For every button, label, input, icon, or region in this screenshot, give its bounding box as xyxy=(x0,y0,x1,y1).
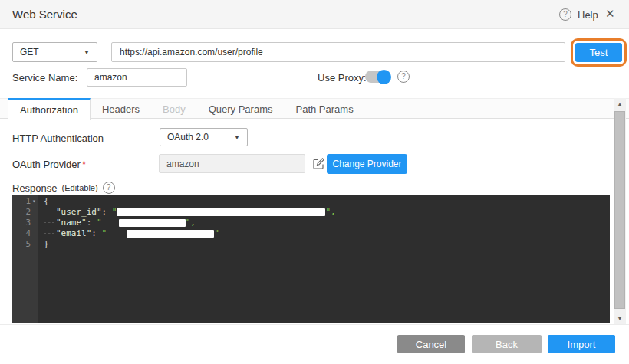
use-proxy-label: Use Proxy: xyxy=(318,72,367,84)
service-name-input[interactable] xyxy=(87,68,187,87)
page-title: Web Service xyxy=(12,8,77,21)
gutter-spacer xyxy=(31,218,38,228)
indent-guide xyxy=(44,212,54,212)
indent-guide xyxy=(44,222,54,223)
tab-body[interactable]: Body xyxy=(151,99,197,120)
scrollbar-thumb[interactable] xyxy=(614,111,625,309)
chevron-down-icon: ▼ xyxy=(234,134,240,141)
gutter-spacer xyxy=(31,239,38,249)
code-token: "email" xyxy=(56,228,91,238)
help-label: Help xyxy=(578,9,598,21)
url-input[interactable] xyxy=(111,42,565,62)
code-line: 3 "name": "", xyxy=(12,218,610,228)
oauth-provider-label-text: OAuth Provider xyxy=(12,159,81,170)
tab-path-params[interactable]: Path Params xyxy=(284,99,364,120)
line-number: 1 xyxy=(12,196,31,206)
code-token: "user_id" xyxy=(56,207,102,217)
code-line: 1 ▾ { xyxy=(12,196,610,206)
redacted-value xyxy=(117,208,325,216)
close-icon[interactable]: ✕ xyxy=(605,7,615,21)
web-service-dialog: Web Service ? Help ✕ GET ▼ Test Service … xyxy=(0,0,629,364)
chevron-down-icon: ▼ xyxy=(84,49,90,56)
toggle-knob xyxy=(377,70,391,84)
response-help-icon[interactable]: ? xyxy=(103,182,115,194)
code-token: " xyxy=(97,218,102,228)
code-token: " xyxy=(102,228,107,238)
code-token: " xyxy=(214,228,219,238)
tab-query-params[interactable]: Query Params xyxy=(197,99,285,120)
line-number: 2 xyxy=(12,207,31,217)
import-button[interactable]: Import xyxy=(548,335,615,353)
http-method-value: GET xyxy=(20,47,39,57)
indent-guide xyxy=(44,233,54,234)
gutter-spacer xyxy=(31,207,38,217)
oauth-provider-label: OAuth Provider* xyxy=(12,159,86,170)
change-provider-button[interactable]: Change Provider xyxy=(327,154,407,174)
content-divider xyxy=(0,324,629,325)
code-line: 5 } xyxy=(12,239,610,249)
code-line: 2 "user_id": "", xyxy=(12,207,610,217)
fold-arrow-icon[interactable]: ▾ xyxy=(31,196,38,206)
http-authentication-value: OAuth 2.0 xyxy=(167,132,209,143)
redacted-value xyxy=(127,230,214,238)
response-label: Response xyxy=(12,182,58,194)
http-authentication-label: HTTP Authentication xyxy=(12,133,104,144)
test-annotation-ring: Test xyxy=(571,38,627,67)
use-proxy-toggle[interactable] xyxy=(365,70,391,84)
response-label-row: Response (Editable) ? xyxy=(12,182,115,194)
test-button[interactable]: Test xyxy=(575,43,622,62)
tab-bar: Authorization Headers Body Query Params … xyxy=(0,98,629,119)
code-token: { xyxy=(44,196,49,206)
proxy-help-icon[interactable]: ? xyxy=(397,71,410,83)
line-number: 3 xyxy=(12,218,31,228)
code-token: : xyxy=(87,218,92,228)
dialog-header: Web Service ? Help ✕ xyxy=(0,0,629,29)
code-token: "name" xyxy=(56,218,87,228)
http-authentication-select[interactable]: OAuth 2.0 ▼ xyxy=(160,128,248,146)
redacted-value xyxy=(119,219,186,227)
code-token: ", xyxy=(186,218,196,228)
scroll-up-icon[interactable]: ▲ xyxy=(614,98,626,110)
code-token: } xyxy=(44,239,49,249)
code-token: " xyxy=(112,207,117,217)
tab-authorization[interactable]: Authorization xyxy=(8,98,91,120)
help-button[interactable]: ? Help xyxy=(559,8,598,21)
code-token: ", xyxy=(325,207,335,217)
http-method-select[interactable]: GET ▼ xyxy=(12,42,97,62)
service-name-label: Service Name: xyxy=(12,72,77,84)
gutter-spacer xyxy=(31,228,38,238)
response-code-editor[interactable]: 1 ▾ { 2 "user_id": "", 3 "name": "", 4 "… xyxy=(12,195,610,323)
required-asterisk: * xyxy=(82,159,86,170)
oauth-provider-input xyxy=(159,154,305,173)
code-line: 4 "email": "" xyxy=(12,228,610,238)
scroll-down-icon[interactable]: ▼ xyxy=(614,313,626,324)
line-number: 4 xyxy=(12,228,31,238)
code-token: : xyxy=(102,207,107,217)
edit-icon[interactable] xyxy=(312,157,325,170)
back-button[interactable]: Back xyxy=(472,335,542,353)
response-editable-note: (Editable) xyxy=(62,183,98,192)
vertical-scrollbar[interactable]: ▲ ▼ xyxy=(614,98,626,324)
tab-headers[interactable]: Headers xyxy=(91,99,151,120)
cancel-button[interactable]: Cancel xyxy=(397,335,465,353)
code-token: : xyxy=(91,228,97,238)
help-icon: ? xyxy=(559,8,571,21)
line-number: 5 xyxy=(12,239,31,249)
